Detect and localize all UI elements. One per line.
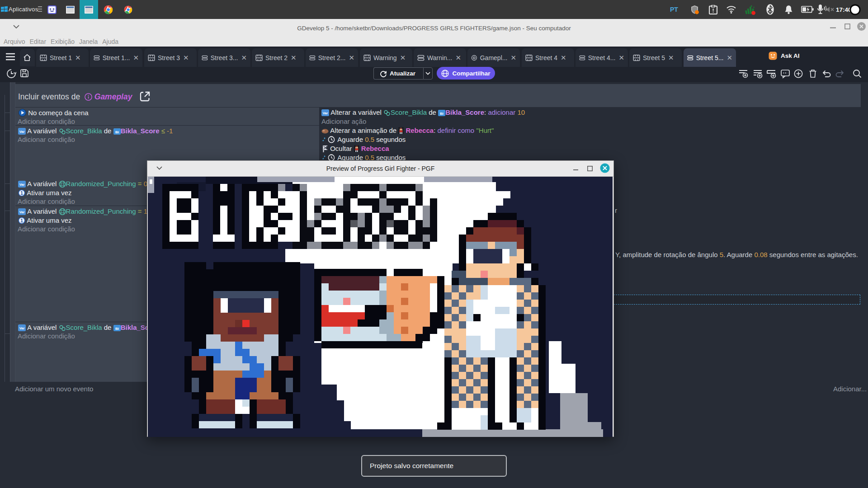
svg-text:Var: Var	[19, 326, 25, 330]
svg-text:Var: Var	[19, 183, 25, 187]
svg-text:Bi: Bi	[440, 112, 443, 116]
svg-text:Var: Var	[19, 130, 25, 134]
svg-text:Var: Var	[19, 210, 25, 214]
svg-text:1: 1	[20, 218, 23, 223]
svg-text:Var: Var	[323, 111, 328, 115]
svg-text:Bi: Bi	[115, 327, 119, 331]
svg-text:1: 1	[20, 191, 23, 196]
svg-text:Bi: Bi	[115, 130, 119, 134]
